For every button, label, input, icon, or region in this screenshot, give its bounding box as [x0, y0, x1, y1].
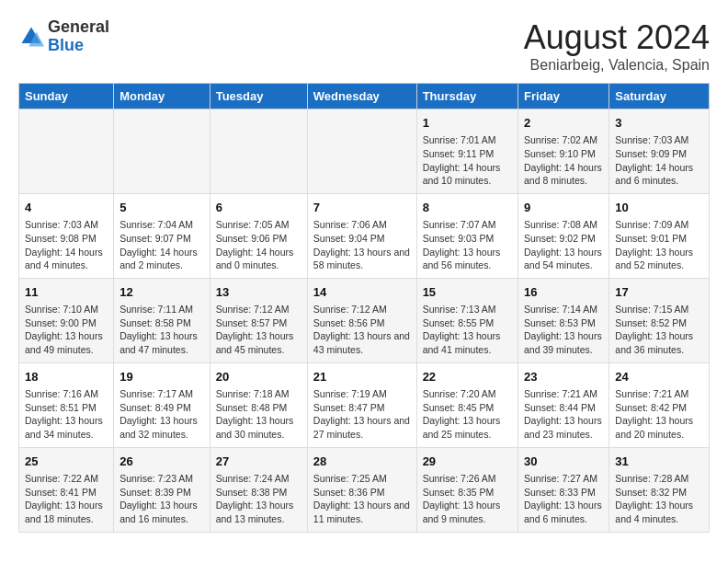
day-number: 31 — [615, 454, 703, 470]
day-info: Sunrise: 7:09 AM Sunset: 9:01 PM Dayligh… — [615, 218, 703, 272]
title-area: August 2024 Beniarbeig, Valencia, Spain — [524, 18, 710, 74]
header-day: Saturday — [609, 84, 710, 109]
day-info: Sunrise: 7:06 AM Sunset: 9:04 PM Dayligh… — [313, 218, 411, 272]
day-number: 4 — [25, 200, 108, 216]
calendar-cell: 29Sunrise: 7:26 AM Sunset: 8:35 PM Dayli… — [416, 447, 518, 532]
day-info: Sunrise: 7:23 AM Sunset: 8:39 PM Dayligh… — [119, 472, 204, 526]
day-number: 25 — [25, 454, 108, 470]
calendar-cell: 23Sunrise: 7:21 AM Sunset: 8:44 PM Dayli… — [518, 362, 609, 447]
calendar-table: SundayMondayTuesdayWednesdayThursdayFrid… — [18, 83, 710, 533]
calendar-cell: 26Sunrise: 7:23 AM Sunset: 8:39 PM Dayli… — [114, 447, 210, 532]
day-info: Sunrise: 7:02 AM Sunset: 9:10 PM Dayligh… — [524, 133, 603, 188]
day-number: 30 — [524, 454, 603, 470]
day-number: 26 — [119, 454, 204, 470]
calendar-cell: 12Sunrise: 7:11 AM Sunset: 8:58 PM Dayli… — [114, 278, 210, 362]
day-info: Sunrise: 7:07 AM Sunset: 9:03 PM Dayligh… — [423, 218, 512, 272]
day-number: 17 — [615, 284, 703, 301]
calendar-cell: 7Sunrise: 7:06 AM Sunset: 9:04 PM Daylig… — [307, 193, 416, 278]
main-title: August 2024 — [524, 18, 710, 57]
day-number: 11 — [25, 284, 108, 301]
day-info: Sunrise: 7:04 AM Sunset: 9:07 PM Dayligh… — [119, 218, 204, 272]
day-info: Sunrise: 7:12 AM Sunset: 8:57 PM Dayligh… — [216, 303, 301, 357]
calendar-row: 18Sunrise: 7:16 AM Sunset: 8:51 PM Dayli… — [19, 362, 710, 447]
day-number: 9 — [524, 200, 603, 216]
calendar-cell — [307, 109, 416, 194]
day-info: Sunrise: 7:14 AM Sunset: 8:53 PM Dayligh… — [524, 303, 603, 357]
calendar-cell: 11Sunrise: 7:10 AM Sunset: 9:00 PM Dayli… — [19, 278, 114, 362]
calendar-cell: 3Sunrise: 7:03 AM Sunset: 9:09 PM Daylig… — [609, 109, 710, 194]
day-info: Sunrise: 7:08 AM Sunset: 9:02 PM Dayligh… — [524, 218, 603, 272]
calendar-cell: 9Sunrise: 7:08 AM Sunset: 9:02 PM Daylig… — [518, 193, 609, 278]
day-info: Sunrise: 7:27 AM Sunset: 8:33 PM Dayligh… — [524, 472, 603, 526]
day-info: Sunrise: 7:28 AM Sunset: 8:32 PM Dayligh… — [615, 472, 703, 526]
calendar-cell: 6Sunrise: 7:05 AM Sunset: 9:06 PM Daylig… — [210, 193, 307, 278]
day-info: Sunrise: 7:21 AM Sunset: 8:42 PM Dayligh… — [615, 387, 703, 442]
day-number: 15 — [423, 284, 512, 301]
day-number: 20 — [216, 369, 301, 385]
calendar-cell: 20Sunrise: 7:18 AM Sunset: 8:48 PM Dayli… — [210, 362, 307, 447]
calendar-cell: 25Sunrise: 7:22 AM Sunset: 8:41 PM Dayli… — [19, 447, 114, 532]
calendar-cell: 27Sunrise: 7:24 AM Sunset: 8:38 PM Dayli… — [210, 447, 307, 532]
day-info: Sunrise: 7:19 AM Sunset: 8:47 PM Dayligh… — [313, 387, 411, 442]
day-number: 5 — [119, 200, 204, 216]
day-number: 6 — [216, 200, 301, 216]
day-number: 8 — [423, 200, 512, 216]
calendar-cell: 10Sunrise: 7:09 AM Sunset: 9:01 PM Dayli… — [609, 193, 710, 278]
day-number: 2 — [524, 115, 603, 132]
calendar-cell: 13Sunrise: 7:12 AM Sunset: 8:57 PM Dayli… — [210, 278, 307, 362]
calendar-cell: 18Sunrise: 7:16 AM Sunset: 8:51 PM Dayli… — [19, 362, 114, 447]
day-info: Sunrise: 7:11 AM Sunset: 8:58 PM Dayligh… — [119, 303, 204, 357]
header-day: Tuesday — [210, 84, 307, 109]
day-number: 1 — [423, 115, 512, 132]
calendar-cell: 2Sunrise: 7:02 AM Sunset: 9:10 PM Daylig… — [518, 109, 609, 194]
calendar-cell: 15Sunrise: 7:13 AM Sunset: 8:55 PM Dayli… — [416, 278, 518, 362]
calendar-cell: 17Sunrise: 7:15 AM Sunset: 8:52 PM Dayli… — [609, 278, 710, 362]
calendar-cell: 19Sunrise: 7:17 AM Sunset: 8:49 PM Dayli… — [114, 362, 210, 447]
calendar-row: 11Sunrise: 7:10 AM Sunset: 9:00 PM Dayli… — [19, 278, 710, 362]
logo-general: General — [48, 18, 109, 37]
day-number: 22 — [423, 369, 512, 385]
calendar-cell: 31Sunrise: 7:28 AM Sunset: 8:32 PM Dayli… — [609, 447, 710, 532]
calendar-cell: 24Sunrise: 7:21 AM Sunset: 8:42 PM Dayli… — [609, 362, 710, 447]
header-row: SundayMondayTuesdayWednesdayThursdayFrid… — [19, 84, 710, 109]
day-info: Sunrise: 7:24 AM Sunset: 8:38 PM Dayligh… — [216, 472, 301, 526]
day-number: 12 — [119, 284, 204, 301]
calendar-cell: 8Sunrise: 7:07 AM Sunset: 9:03 PM Daylig… — [416, 193, 518, 278]
header-day: Sunday — [19, 84, 114, 109]
logo: General Blue — [18, 18, 109, 55]
day-info: Sunrise: 7:26 AM Sunset: 8:35 PM Dayligh… — [423, 472, 512, 526]
calendar-cell — [114, 109, 210, 194]
day-info: Sunrise: 7:03 AM Sunset: 9:09 PM Dayligh… — [615, 133, 703, 188]
day-number: 29 — [423, 454, 512, 470]
calendar-cell: 4Sunrise: 7:03 AM Sunset: 9:08 PM Daylig… — [19, 193, 114, 278]
day-number: 23 — [524, 369, 603, 385]
header-day: Wednesday — [307, 84, 416, 109]
calendar-cell: 14Sunrise: 7:12 AM Sunset: 8:56 PM Dayli… — [307, 278, 416, 362]
day-number: 19 — [119, 369, 204, 385]
day-number: 13 — [216, 284, 301, 301]
day-info: Sunrise: 7:16 AM Sunset: 8:51 PM Dayligh… — [25, 387, 108, 442]
day-info: Sunrise: 7:17 AM Sunset: 8:49 PM Dayligh… — [119, 387, 204, 442]
calendar-row: 25Sunrise: 7:22 AM Sunset: 8:41 PM Dayli… — [19, 447, 710, 532]
day-number: 28 — [313, 454, 411, 470]
calendar-row: 1Sunrise: 7:01 AM Sunset: 9:11 PM Daylig… — [19, 109, 710, 194]
logo-icon — [18, 24, 44, 50]
calendar-header: SundayMondayTuesdayWednesdayThursdayFrid… — [19, 84, 710, 109]
day-number: 16 — [524, 284, 603, 301]
subtitle: Beniarbeig, Valencia, Spain — [524, 57, 710, 74]
day-info: Sunrise: 7:10 AM Sunset: 9:00 PM Dayligh… — [25, 303, 108, 357]
day-info: Sunrise: 7:25 AM Sunset: 8:36 PM Dayligh… — [313, 472, 411, 526]
header-day: Monday — [114, 84, 210, 109]
calendar-cell: 28Sunrise: 7:25 AM Sunset: 8:36 PM Dayli… — [307, 447, 416, 532]
day-number: 24 — [615, 369, 703, 385]
day-number: 18 — [25, 369, 108, 385]
header-day: Friday — [518, 84, 609, 109]
calendar-cell — [210, 109, 307, 194]
day-number: 21 — [313, 369, 411, 385]
logo-text: General Blue — [48, 18, 109, 55]
calendar-cell: 16Sunrise: 7:14 AM Sunset: 8:53 PM Dayli… — [518, 278, 609, 362]
header-day: Thursday — [416, 84, 518, 109]
day-info: Sunrise: 7:13 AM Sunset: 8:55 PM Dayligh… — [423, 303, 512, 357]
day-info: Sunrise: 7:03 AM Sunset: 9:08 PM Dayligh… — [25, 218, 108, 272]
day-info: Sunrise: 7:15 AM Sunset: 8:52 PM Dayligh… — [615, 303, 703, 357]
